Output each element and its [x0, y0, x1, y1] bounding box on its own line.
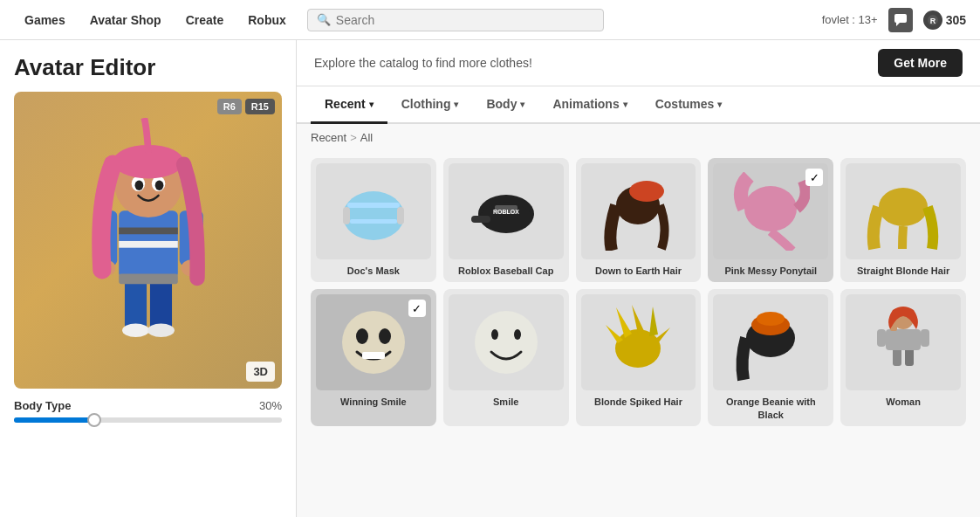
tab-animations[interactable]: Animations ▾ [538, 86, 641, 124]
item-straight-blonde-hair[interactable]: Straight Blonde Hair [840, 158, 966, 282]
svg-marker-45 [632, 305, 644, 334]
item-label: Doc's Mask [347, 265, 400, 277]
item-image [581, 163, 696, 259]
item-image: ✓ [713, 163, 828, 259]
svg-point-37 [356, 328, 368, 344]
svg-text:R: R [929, 17, 935, 25]
chat-icon[interactable] [888, 8, 913, 32]
item-label: Roblox Baseball Cap [458, 265, 553, 277]
breadcrumb-current: All [360, 131, 373, 144]
badge-3d[interactable]: 3D [246, 362, 275, 382]
svg-point-33 [629, 181, 664, 202]
item-smile[interactable]: Smile [443, 289, 569, 426]
item-image [581, 294, 696, 390]
nav-username: fovlet : 13+ [822, 13, 878, 26]
svg-marker-1 [896, 23, 900, 26]
nav-games[interactable]: Games [14, 6, 76, 34]
svg-rect-56 [921, 329, 929, 347]
breadcrumb-root[interactable]: Recent [311, 131, 346, 144]
svg-marker-47 [606, 325, 623, 343]
body-type-section: Body Type 30% [14, 399, 282, 423]
get-more-button[interactable]: Get More [878, 49, 963, 77]
item-label: Straight Blonde Hair [857, 265, 949, 277]
chevron-down-icon: ▾ [454, 100, 458, 109]
body-type-pct: 30% [259, 399, 282, 412]
right-panel: Explore the catalog to find more clothes… [297, 40, 980, 517]
item-image [713, 294, 828, 390]
nav-create[interactable]: Create [175, 6, 235, 34]
item-checkmark: ✓ [805, 169, 823, 186]
chevron-down-icon: ▾ [369, 100, 373, 109]
svg-rect-29 [471, 216, 490, 223]
chevron-down-icon: ▾ [623, 100, 627, 109]
item-image: ROBLOX [449, 163, 564, 259]
item-pink-messy-ponytail[interactable]: ✓ Pink Messy Ponytail [708, 158, 833, 282]
tabs-row: Recent ▾ Clothing ▾ Body ▾ Animations ▾ … [297, 86, 980, 124]
svg-rect-11 [119, 274, 178, 285]
item-image [846, 294, 961, 390]
chevron-down-icon: ▾ [520, 100, 524, 109]
slider-thumb[interactable] [87, 413, 101, 427]
svg-point-20 [134, 180, 143, 190]
avatar-viewport: R6 R15 [14, 92, 282, 389]
badge-r6[interactable]: R6 [217, 99, 242, 114]
item-label: Orange Beanie with Black [713, 396, 828, 421]
robux-amount: 305 [946, 13, 966, 27]
svg-marker-46 [649, 307, 658, 336]
item-blonde-spiked-hair[interactable]: Blonde Spiked Hair [576, 289, 702, 426]
svg-point-51 [757, 312, 785, 326]
svg-point-41 [491, 329, 498, 340]
item-roblox-cap[interactable]: ROBLOX Roblox Baseball Cap [443, 158, 569, 282]
item-image [449, 294, 564, 390]
item-docs-mask[interactable]: Doc's Mask [311, 158, 436, 282]
svg-rect-5 [149, 278, 171, 328]
svg-point-42 [514, 329, 521, 340]
nav-avatar-shop[interactable]: Avatar Shop [79, 6, 172, 34]
body-type-label: Body Type [14, 399, 72, 412]
svg-point-35 [879, 188, 928, 226]
item-down-to-earth-hair[interactable]: Down to Earth Hair [576, 158, 702, 282]
search-input[interactable] [336, 13, 594, 27]
svg-rect-24 [347, 203, 400, 208]
item-checkmark: ✓ [408, 300, 426, 317]
chevron-down-icon: ▾ [717, 100, 722, 109]
item-image [316, 163, 431, 259]
svg-rect-10 [119, 241, 178, 248]
badge-r15[interactable]: R15 [245, 99, 275, 114]
tab-clothing[interactable]: Clothing ▾ [387, 86, 473, 124]
item-label: Blonde Spiked Hair [594, 396, 682, 408]
item-woman[interactable]: Woman [840, 289, 966, 426]
top-bar: Explore the catalog to find more clothes… [297, 40, 980, 86]
slider-fill [14, 417, 94, 423]
search-bar[interactable]: 🔍 [307, 9, 604, 31]
avatar-figure [70, 118, 227, 362]
robux-display: R 305 [923, 10, 966, 30]
breadcrumb: Recent > All [297, 124, 980, 151]
robux-icon: R [923, 10, 942, 30]
svg-text:ROBLOX: ROBLOX [493, 209, 519, 215]
body-type-slider[interactable] [14, 417, 282, 423]
item-label: Down to Earth Hair [595, 265, 682, 277]
svg-rect-4 [124, 278, 146, 328]
body-type-header: Body Type 30% [14, 399, 282, 412]
item-orange-beanie[interactable]: Orange Beanie with Black [708, 289, 833, 426]
item-label: Woman [886, 396, 921, 408]
nav-robux[interactable]: Robux [237, 6, 297, 34]
main-layout: Avatar Editor R6 R15 [0, 40, 980, 517]
breadcrumb-separator: > [350, 131, 357, 144]
item-winning-smile[interactable]: ✓ Winning Smile [311, 289, 436, 426]
tab-costumes[interactable]: Costumes ▾ [641, 86, 737, 124]
tab-recent[interactable]: Recent ▾ [311, 86, 387, 124]
item-image [846, 163, 961, 259]
topnav: Games Avatar Shop Create Robux 🔍 fovlet … [0, 0, 980, 40]
svg-marker-44 [616, 307, 632, 338]
svg-point-23 [343, 191, 404, 240]
svg-point-38 [379, 328, 391, 344]
item-label: Winning Smile [340, 396, 407, 408]
svg-point-40 [475, 311, 538, 374]
search-icon: 🔍 [317, 13, 331, 26]
svg-rect-39 [362, 352, 385, 359]
svg-rect-9 [119, 228, 178, 235]
tab-body[interactable]: Body ▾ [472, 86, 538, 124]
item-image: ✓ [316, 294, 431, 390]
